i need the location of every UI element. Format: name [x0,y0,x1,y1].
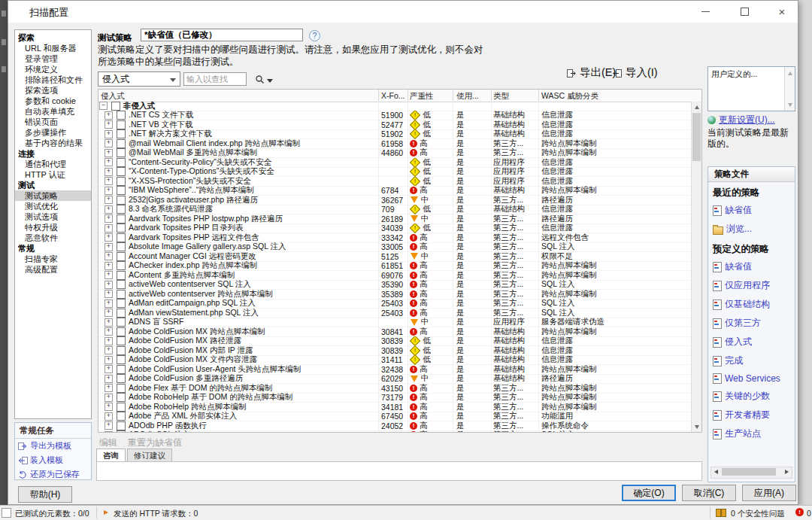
expand-icon[interactable]: + [105,243,113,251]
row-checkbox[interactable] [117,374,126,383]
row-checkbox[interactable] [117,224,126,233]
row-checkbox[interactable] [117,355,126,364]
sidebar-item[interactable]: URL 和服务器 [15,43,91,53]
expand-icon[interactable]: + [105,403,113,411]
expand-icon[interactable]: + [105,158,113,166]
row-checkbox[interactable] [117,186,126,195]
sidebar-item[interactable]: 测试选项 [15,211,91,222]
expand-icon[interactable]: + [105,214,113,223]
sidebar-item[interactable]: 环境定义 [15,64,91,75]
scroll-up-icon[interactable] [785,68,795,78]
predefined-policy-link[interactable]: 开发者精要 [708,406,795,424]
column-header[interactable]: X-Fo... [378,90,408,102]
search-icon[interactable] [255,75,265,84]
row-checkbox[interactable] [117,327,126,336]
scrollbar-thumb[interactable] [692,113,701,161]
predefined-policy-link[interactable]: 完成 [708,351,795,370]
expand-icon[interactable]: + [105,281,113,289]
row-checkbox[interactable] [117,111,126,120]
expand-icon[interactable]: + [105,318,113,327]
sidebar-item[interactable]: 自动表单填充 [15,106,91,117]
expand-icon[interactable]: + [105,187,113,195]
sidebar-item[interactable]: 高级配置 [15,264,91,275]
expand-icon[interactable]: + [105,327,113,336]
row-checkbox[interactable] [117,139,126,148]
ok-button[interactable]: 确定(O) [622,485,676,501]
scroll-left-icon[interactable] [711,467,721,476]
minimize-button[interactable] [692,1,718,23]
predefined-policy-link[interactable]: 侵入式 [708,333,795,351]
sidebar-item[interactable]: 扫描专家 [15,254,91,264]
sidebar-item[interactable]: 参数和 cookie [15,96,91,106]
column-header[interactable]: 使用... [453,90,491,102]
revert-saved-link[interactable]: 还原为已保存 [15,467,91,482]
predefined-policy-link[interactable]: Web Services [708,370,795,387]
row-checkbox[interactable] [117,261,126,270]
vertical-scrollbar[interactable] [691,102,701,432]
predefined-policy-link[interactable]: 生产站点 [708,424,795,443]
expand-icon[interactable]: + [105,309,113,317]
expand-icon[interactable]: + [105,394,113,402]
sidebar-item[interactable]: 多步骤操作 [15,127,91,138]
row-checkbox[interactable] [117,346,126,355]
recent-policy-default-link[interactable]: 缺省值 [708,201,795,220]
row-checkbox[interactable] [117,299,126,308]
sidebar-item[interactable]: 错误页面 [15,117,91,127]
search-input[interactable] [183,72,247,86]
search-options-caret-icon[interactable] [267,79,273,83]
predefined-policy-link[interactable]: 缺省值 [708,257,795,276]
sidebar-item[interactable]: 测试策略 [15,190,91,201]
filter-dropdown[interactable]: 侵入式 [98,71,180,87]
row-checkbox[interactable] [117,403,126,412]
expand-icon[interactable]: + [105,149,113,157]
update-settings-link[interactable]: 更新设置(U)... [719,114,775,126]
close-button[interactable]: × [769,1,795,23]
row-checkbox[interactable] [117,148,126,157]
expand-icon[interactable]: + [105,233,113,242]
row-checkbox[interactable] [117,120,126,129]
row-checkbox[interactable] [117,214,126,224]
expand-icon[interactable]: + [105,120,113,129]
import-button[interactable]: 导入(I) [612,65,658,80]
expand-icon[interactable]: + [105,356,113,364]
row-checkbox[interactable] [117,365,126,374]
row-checkbox[interactable] [117,177,126,186]
collapse-icon[interactable]: − [99,102,108,110]
expand-icon[interactable]: + [105,300,113,308]
scroll-down-icon[interactable] [785,99,795,110]
help-button[interactable]: 帮助(H) [18,486,72,503]
expand-icon[interactable]: + [105,431,113,432]
edit-link[interactable]: 编辑 [99,436,117,449]
load-template-link[interactable]: 装入模板 [15,453,91,467]
predefined-policy-link[interactable]: 关键的少数 [708,387,795,406]
table-row[interactable]: + ADOdb SQL 注入 24051 高 是 第三方... SQL 注入 [98,431,692,433]
maximize-button[interactable] [732,1,757,23]
sidebar-item[interactable]: 测试优化 [15,201,91,211]
column-header[interactable]: 严重性 [408,90,453,102]
expand-icon[interactable]: + [105,375,113,383]
row-checkbox[interactable] [117,129,126,138]
row-checkbox[interactable] [117,242,126,251]
apply-button[interactable]: 应用(A) [742,485,796,501]
expand-icon[interactable]: + [105,177,113,185]
row-checkbox[interactable] [117,393,126,402]
help-circle-icon[interactable]: ? [309,30,320,41]
row-checkbox[interactable] [111,102,120,111]
listbox-scrollbar[interactable] [784,67,795,111]
row-checkbox[interactable] [117,233,126,242]
row-checkbox[interactable] [117,271,126,280]
expand-icon[interactable]: + [105,290,113,298]
row-checkbox[interactable] [117,252,126,261]
expand-icon[interactable]: + [105,139,113,147]
cancel-button[interactable]: 取消(C) [682,485,736,501]
sidebar-item[interactable]: 通信和代理 [15,159,91,169]
row-checkbox[interactable] [117,196,126,205]
horizontal-scrollbar[interactable] [710,467,792,479]
expand-icon[interactable]: + [105,130,113,138]
row-checkbox[interactable] [117,205,126,214]
predefined-policy-link[interactable]: 仅应用程序 [708,276,795,295]
export-template-link[interactable]: 导出为模板 [15,439,91,453]
column-header[interactable]: WASC 威胁分类 [538,90,701,102]
expand-icon[interactable]: + [105,365,113,373]
sidebar-item[interactable]: 登录管理 [15,53,91,64]
